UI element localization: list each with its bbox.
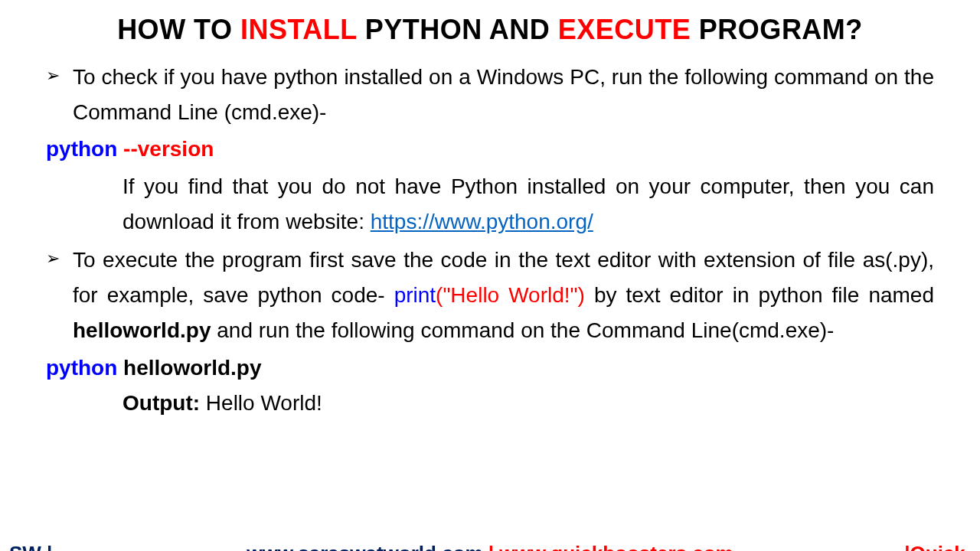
content-body: ➢ To check if you have python installed … [0,46,980,421]
bullet-icon: ➢ [46,245,60,272]
footer-center: www.saraswatworld.com | www.quickbooster… [0,542,980,551]
footer-url-quickboosters: www.quickboosters.com [499,542,733,551]
bullet-1: ➢ To check if you have python installed … [46,60,934,130]
title-highlight2: EXECUTE [558,14,691,45]
title-highlight1: INSTALL [240,14,357,45]
title-part3: PROGRAM? [691,14,863,45]
output-label: Output: [122,391,200,415]
bullet2-filename: helloworld.py [73,318,211,342]
bullet2-print: print [394,283,436,307]
cmd1-python: python [46,137,117,161]
bullet-icon: ➢ [46,62,60,90]
command-2: python helloworld.py [46,350,934,386]
python-org-link[interactable]: https://www.python.org/ [371,210,593,233]
cmd2-python: python [46,356,123,380]
bullet2c-text: and run the following command on the Com… [211,318,834,342]
title-part1: HOW TO [117,14,240,45]
cmd1-version: --version [117,137,214,161]
sub-note-1: If you find that you do not have Python … [46,169,934,240]
bullet2-args: ("Hello World!") [436,283,585,307]
command-1: python --version [46,132,934,167]
page-title: HOW TO INSTALL PYTHON AND EXECUTE PROGRA… [0,0,980,46]
bullet1-text: To check if you have python installed on… [73,65,934,124]
output-value: Hello World! [200,391,322,415]
bullet-2: ➢ To execute the program first save the … [46,243,934,349]
footer-right: |Quick. [904,542,971,551]
footer-url-saraswat: www.saraswatworld.com [247,542,482,551]
bullet2b-text: by text editor in python file named [585,283,934,307]
output-line: Output: Hello World! [46,386,934,421]
cmd2-file: helloworld.py [123,356,261,380]
footer-separator: | [483,542,500,551]
title-part2: PYTHON AND [357,14,558,45]
